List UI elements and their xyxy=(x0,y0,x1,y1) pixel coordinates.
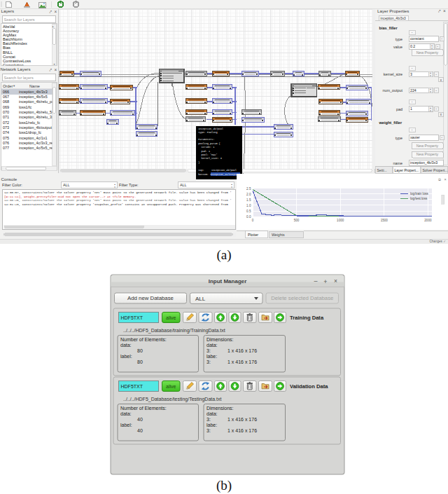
svg-text:1500: 1500 xyxy=(381,219,388,222)
svg-text:Add new Database: Add new Database xyxy=(127,295,174,301)
svg-text:loss1/fc: loss1/fc xyxy=(19,105,32,109)
svg-text:500: 500 xyxy=(294,219,300,222)
svg-text:}: } xyxy=(198,161,200,164)
svg-text:075: 075 xyxy=(3,136,9,140)
svg-text:Layer Propert...: Layer Propert... xyxy=(395,168,419,172)
svg-text:×: × xyxy=(443,8,446,13)
svg-text:070: 070 xyxy=(3,110,9,114)
svg-text:3:: 3: xyxy=(206,417,211,422)
svg-text:0.0: 0.0 xyxy=(246,215,251,219)
svg-text:bias_filler: bias_filler xyxy=(379,26,398,30)
svg-text:Name: Name xyxy=(29,84,40,88)
svg-text:80: 80 xyxy=(137,348,143,353)
svg-text:data:: data: xyxy=(206,411,218,416)
svg-text:Search for layers: Search for layers xyxy=(4,76,34,80)
svg-text:inception_4b/pool: inception_4b/pool xyxy=(198,128,223,130)
svg-text:2000: 2000 xyxy=(424,219,432,222)
svg-text:Input Manager: Input Manager xyxy=(209,278,247,284)
svg-text:Parameters:: Parameters: xyxy=(198,138,214,141)
svg-text:Console: Console xyxy=(1,177,18,181)
svg-text:stride: 1: stride: 1 xyxy=(198,146,214,149)
svg-text:pooling_param {: pooling_param { xyxy=(198,142,220,145)
svg-text:⧉: ⧉ xyxy=(438,177,441,181)
svg-text:labe:: labe: xyxy=(206,354,217,359)
svg-text:▴: ▴ xyxy=(52,25,53,28)
svg-text:value: value xyxy=(393,45,402,49)
svg-text:1: 1 xyxy=(410,107,412,111)
svg-text:1.5: 1.5 xyxy=(246,198,251,202)
svg-text:×: × xyxy=(55,9,57,14)
svg-text:alive: alive xyxy=(166,384,176,389)
svg-text:224: 224 xyxy=(410,88,416,92)
svg-text:3:: 3: xyxy=(206,348,211,353)
svg-text:Filter Type:: Filter Type: xyxy=(119,183,139,187)
svg-text:inception_4c/5x5_red: inception_4c/5x5_red xyxy=(19,146,55,150)
svg-text:×: × xyxy=(55,67,57,72)
svg-text:kernel_size: kernel_size xyxy=(384,72,402,76)
svg-text:▾: ▾ xyxy=(54,62,55,66)
svg-text:3: 3 xyxy=(410,72,412,76)
svg-text:data:: data: xyxy=(206,343,218,348)
svg-text:loss1/drop_fc: loss1/drop_fc xyxy=(19,130,41,135)
svg-text:×: × xyxy=(444,177,446,181)
svg-text:data:: data: xyxy=(120,411,132,416)
svg-text:bottom: inception_4a/output: bottom: inception_4a/output xyxy=(198,173,238,176)
svg-text:3:: 3: xyxy=(206,428,211,433)
svg-text:Layer Properties: Layer Properties xyxy=(377,8,409,13)
svg-text:inception_4b/3x3: inception_4b/3x3 xyxy=(381,17,407,20)
svg-text:Network Layers: Network Layers xyxy=(1,67,31,71)
svg-text:xavier: xavier xyxy=(410,135,420,139)
svg-text:New Property: New Property xyxy=(416,50,439,55)
svg-text:kernel_size: 3: kernel_size: 3 xyxy=(198,157,222,160)
svg-text:2.5: 2.5 xyxy=(246,187,251,191)
svg-text:inception_4b/relu_3x3: inception_4b/relu_3x3 xyxy=(19,115,56,119)
svg-text:0.5: 0.5 xyxy=(246,210,251,213)
svg-text:1 x 416 x 176: 1 x 416 x 176 xyxy=(227,417,257,422)
svg-text:pad: 1: pad: 1 xyxy=(198,150,210,153)
svg-text:inception_4b/output: inception_4b/output xyxy=(19,125,52,130)
svg-text:076: 076 xyxy=(3,141,9,145)
svg-text:label:: label: xyxy=(120,354,132,359)
svg-text:name: name xyxy=(393,161,403,165)
svg-text:New Property: New Property xyxy=(416,152,439,156)
svg-text:+: + xyxy=(323,278,327,285)
svg-text:077: 077 xyxy=(3,146,9,150)
svg-text:ALL: ALL xyxy=(180,183,187,187)
svg-text:inception_4c/3x3_red: inception_4c/3x3_red xyxy=(19,141,55,145)
svg-text:Filter Color:: Filter Color: xyxy=(2,183,22,187)
svg-text:labe:: labe: xyxy=(206,423,217,427)
svg-text:log/train loss: log/train loss xyxy=(410,192,428,195)
svg-text:0: 0 xyxy=(252,219,254,222)
svg-text:Validation Data: Validation Data xyxy=(290,383,328,390)
svg-text:top: inception_4b/pool: top: inception_4b/pool xyxy=(198,169,237,172)
svg-text:072: 072 xyxy=(3,121,9,125)
svg-text:80: 80 xyxy=(137,359,143,364)
svg-text:log/test.loss: log/test.loss xyxy=(410,197,428,200)
svg-text:Solver Propert...: Solver Propert... xyxy=(423,168,448,172)
svg-text:14:30:25, Constraints/Solver T: 14:30:25, Constraints/Solver The solver … xyxy=(4,198,232,202)
svg-text:40: 40 xyxy=(137,417,143,422)
svg-text:constant: constant xyxy=(410,36,424,41)
svg-text:inception_4b/relu_poo: inception_4b/relu_poo xyxy=(19,100,56,104)
svg-text:‒: ‒ xyxy=(314,277,317,284)
svg-text:0.2: 0.2 xyxy=(410,44,415,48)
svg-text:067: 067 xyxy=(3,95,9,99)
svg-text:loss1/relu_fc: loss1/relu_fc xyxy=(19,121,41,125)
svg-text:1000: 1000 xyxy=(337,219,344,222)
svg-text:068: 068 xyxy=(3,100,9,104)
svg-text:2.0: 2.0 xyxy=(246,193,251,196)
svg-text:pool: 'MAX': pool: 'MAX' xyxy=(198,153,217,156)
svg-text:inception_4b/3x3: inception_4b/3x3 xyxy=(410,160,438,165)
svg-text:14:30:57, Constraints/Solver T: 14:30:57, Constraints/Solver The solver … xyxy=(4,191,232,194)
svg-text:074: 074 xyxy=(3,130,9,135)
svg-text:../../../HDF5_Database/testing: ../../../HDF5_Database/testing/TestingDa… xyxy=(123,397,222,402)
svg-text:1 x 416 x 176: 1 x 416 x 176 xyxy=(227,428,257,433)
svg-text:type: type xyxy=(396,37,402,41)
svg-text:40: 40 xyxy=(137,428,143,433)
svg-text:HDF5TXT: HDF5TXT xyxy=(121,384,144,389)
svg-text:Dimensions:: Dimensions: xyxy=(206,337,234,342)
svg-text:3:: 3: xyxy=(206,359,211,364)
svg-text:ALL: ALL xyxy=(195,296,206,302)
svg-text:label:: label: xyxy=(120,423,132,427)
svg-text:pad: pad xyxy=(396,107,402,111)
